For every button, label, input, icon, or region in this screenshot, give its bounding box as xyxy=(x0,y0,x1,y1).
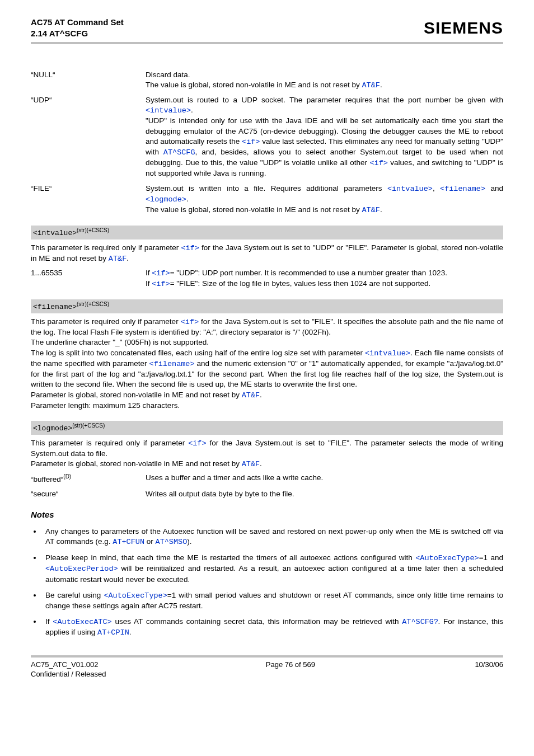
def-term: “NULL“ xyxy=(31,70,146,80)
param-body: This parameter is required only if param… xyxy=(31,317,503,411)
param-sup: (str)(+CSCS) xyxy=(77,301,109,307)
note-item: If <AutoExecATC> uses AT commands contai… xyxy=(42,617,503,638)
header-line1: AC75 AT Command Set xyxy=(31,17,124,27)
def-row: “secure“ Writes all output data byte by … xyxy=(31,489,503,499)
note-item: Please keep in mind, that each time the … xyxy=(42,553,503,585)
param-name: <logmode> xyxy=(33,424,72,433)
def-desc: Discard data.The value is global, stored… xyxy=(146,70,503,91)
footer-divider xyxy=(31,655,503,658)
footer-right: 10/30/06 xyxy=(475,660,503,679)
def-term: “FILE“ xyxy=(31,184,146,194)
def-row: 1...65535 If <if>= "UDP": UDP port numbe… xyxy=(31,268,503,289)
param-heading-logmode: <logmode>(str)(+CSCS) xyxy=(31,421,503,435)
def-term: “UDP“ xyxy=(31,95,146,105)
brand-logo: SIEMENS xyxy=(424,17,503,40)
value-definitions: “NULL“ Discard data.The value is global,… xyxy=(31,70,503,216)
def-row: “UDP“ System.out is routed to a UDP sock… xyxy=(31,95,503,179)
header-divider xyxy=(31,42,503,44)
param-name: <filename> xyxy=(33,303,77,311)
param-rows: 1...65535 If <if>= "UDP": UDP port numbe… xyxy=(31,268,503,289)
notes-list: Any changes to parameters of the Autoexe… xyxy=(31,527,503,638)
param-intro: This parameter is required only if param… xyxy=(31,243,503,264)
note-item: Any changes to parameters of the Autoexe… xyxy=(42,527,503,547)
footer-left-l1: AC75_ATC_V01.002 xyxy=(31,660,98,669)
def-row: “FILE“ System.out is written into a file… xyxy=(31,184,503,216)
def-desc: Writes all output data byte by byte to t… xyxy=(146,489,503,499)
footer-left: AC75_ATC_V01.002 Confidential / Released xyxy=(31,660,106,679)
footer-center: Page 76 of 569 xyxy=(266,660,315,679)
def-row: “buffered“(D) Uses a buffer and a timer … xyxy=(31,473,503,485)
param-heading-intvalue: <intvalue>(str)(+CSCS) xyxy=(31,226,503,240)
page-footer: AC75_ATC_V01.002 Confidential / Released… xyxy=(31,660,503,679)
param-intro: This parameter is required only if param… xyxy=(31,438,503,470)
notes-heading: Notes xyxy=(31,509,503,520)
def-row: “NULL“ Discard data.The value is global,… xyxy=(31,70,503,91)
page-header: AC75 AT Command Set 2.14 AT^SCFG SIEMENS xyxy=(31,17,503,40)
def-desc: System.out is written into a file. Requi… xyxy=(146,184,503,216)
def-desc: Uses a buffer and a timer and acts like … xyxy=(146,473,503,483)
def-term: 1...65535 xyxy=(31,268,146,278)
param-sup: (str)(+CSCS) xyxy=(72,422,105,429)
note-item: Be careful using <AutoExecType>=1 with s… xyxy=(42,590,503,611)
param-sup: (str)(+CSCS) xyxy=(77,227,109,233)
def-desc: System.out is routed to a UDP socket. Th… xyxy=(146,95,503,179)
def-term: “secure“ xyxy=(31,489,146,499)
header-title: AC75 AT Command Set 2.14 AT^SCFG xyxy=(31,17,124,40)
footer-left-l2: Confidential / Released xyxy=(31,670,106,678)
def-desc: If <if>= "UDP": UDP port number. It is r… xyxy=(146,268,503,289)
param-heading-filename: <filename>(str)(+CSCS) xyxy=(31,299,503,313)
param-rows: “buffered“(D) Uses a buffer and a timer … xyxy=(31,473,503,499)
def-term: “buffered“(D) xyxy=(31,473,146,485)
header-line2: 2.14 AT^SCFG xyxy=(31,28,124,39)
param-name: <intvalue> xyxy=(33,229,77,238)
